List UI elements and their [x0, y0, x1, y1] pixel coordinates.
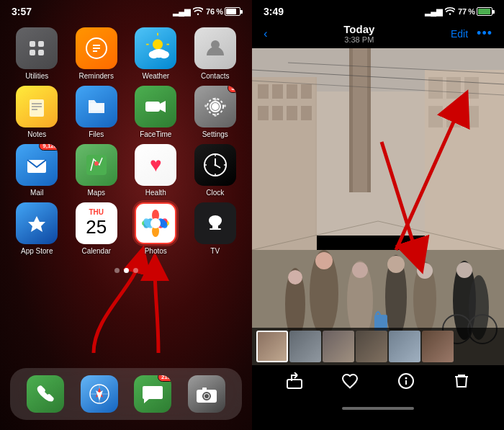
contacts-label: Contacts [201, 72, 229, 80]
back-button[interactable]: ‹ [264, 27, 268, 41]
thumb-1[interactable] [256, 331, 288, 362]
dot-3 [133, 268, 138, 273]
dock-safari[interactable] [81, 375, 118, 413]
mail-badge: 9,128 [39, 144, 58, 151]
app-notes[interactable]: Notes [10, 86, 64, 138]
app-mail[interactable]: 9,128 Mail [10, 144, 64, 197]
svg-point-55 [204, 394, 209, 398]
health-icon: ♥ [135, 144, 176, 186]
messages-dock-icon: 213 [134, 375, 171, 413]
utilities-icon [16, 27, 58, 69]
files-icon [76, 86, 117, 127]
svg-point-28 [94, 161, 99, 166]
maps-label: Maps [88, 189, 105, 197]
thumb-5[interactable] [389, 331, 420, 362]
svg-point-14 [149, 51, 159, 59]
app-photos[interactable]: Photos [129, 202, 183, 255]
photo-arrows [252, 48, 504, 365]
app-weather[interactable]: Weather [129, 27, 183, 80]
more-button[interactable]: ••• [477, 26, 492, 41]
app-contacts[interactable]: Contacts [189, 27, 243, 80]
favorite-button[interactable] [341, 372, 359, 394]
app-facetime[interactable]: FaceTime [129, 86, 183, 138]
thumb-2[interactable] [289, 331, 321, 362]
calendar-label: Calendar [81, 247, 111, 255]
svg-point-8 [153, 40, 163, 50]
facetime-label: FaceTime [140, 130, 171, 138]
share-button[interactable] [286, 372, 303, 394]
svg-point-32 [214, 164, 216, 166]
svg-rect-3 [38, 50, 44, 55]
svg-point-23 [212, 103, 219, 110]
photos-label: Photos [145, 247, 167, 255]
app-reminders[interactable]: Reminders [70, 27, 124, 80]
svg-rect-47 [210, 228, 221, 230]
app-files[interactable]: Files [70, 86, 124, 138]
thumb-6[interactable] [422, 331, 454, 362]
appletv-label: TV [210, 247, 220, 255]
facetime-icon [135, 86, 176, 127]
appstore-label: App Store [21, 247, 53, 255]
app-utilities[interactable]: Utilities [10, 27, 64, 80]
reminders-icon [76, 27, 117, 69]
edit-button[interactable]: Edit [451, 28, 468, 40]
settings-badge: 3 [228, 86, 236, 93]
thumb-3[interactable] [323, 331, 354, 362]
maps-icon [76, 144, 117, 186]
dock-messages[interactable]: 213 [134, 375, 171, 413]
appstore-icon [16, 202, 58, 244]
photo-display[interactable] [252, 48, 504, 365]
header-title: Today [343, 23, 374, 35]
app-calendar[interactable]: THU 25 Calendar [70, 202, 124, 255]
svg-point-15 [159, 51, 169, 59]
header-actions: Edit ••• [451, 26, 492, 41]
app-health[interactable]: ♥ Health [129, 144, 183, 197]
info-button[interactable] [397, 372, 415, 394]
safari-dock-icon [81, 375, 118, 413]
app-appletv[interactable]: TV [189, 202, 243, 255]
svg-rect-1 [38, 41, 44, 47]
weather-icon [135, 27, 176, 69]
delete-button[interactable] [453, 372, 470, 394]
thumb-4[interactable] [356, 331, 387, 362]
header-center: Today 3:38 PM [343, 23, 374, 44]
svg-rect-103 [287, 380, 302, 388]
app-maps[interactable]: Maps [70, 144, 124, 197]
time-left: 3:57 [12, 6, 32, 17]
dock-phone[interactable] [27, 375, 64, 413]
battery-text: 76% [206, 7, 240, 16]
svg-rect-2 [30, 50, 35, 55]
contacts-icon [194, 27, 236, 69]
svg-point-45 [150, 218, 161, 228]
app-appstore[interactable]: App Store [10, 202, 64, 255]
home-indicator-right [342, 407, 414, 410]
svg-rect-56 [202, 388, 207, 390]
battery-icon [225, 7, 240, 16]
photo-toolbar [252, 365, 504, 404]
thumbnail-strip [252, 328, 504, 365]
settings-icon: 3 [194, 86, 236, 127]
signal-icon: ▂▄▆ [173, 7, 190, 17]
battery-right: 77% [458, 7, 492, 16]
notes-icon [16, 86, 58, 127]
appletv-icon [194, 202, 236, 244]
dot-2 [124, 268, 129, 273]
time-right: 3:49 [264, 6, 284, 17]
battery-icon-right [477, 7, 492, 16]
dock-camera[interactable] [188, 375, 225, 413]
signal-icon-right: ▂▄▆ [425, 7, 442, 17]
camera-dock-icon [188, 375, 225, 413]
clock-icon [194, 144, 236, 186]
left-phone: 3:57 ▂▄▆ 76% [0, 0, 252, 430]
app-settings[interactable]: 3 Settings [189, 86, 243, 138]
header-subtitle: 3:38 PM [343, 35, 374, 44]
wifi-icon-right [445, 7, 455, 17]
files-label: Files [89, 130, 104, 138]
calendar-icon: THU 25 [76, 202, 117, 244]
wifi-icon [193, 7, 203, 17]
right-phone: 3:49 ▂▄▆ 77% ‹ Today 3:38 PM Edit ••• [252, 0, 504, 430]
svg-marker-22 [160, 101, 166, 112]
messages-badge: 213 [158, 375, 171, 382]
svg-rect-0 [30, 41, 35, 47]
app-clock[interactable]: Clock [189, 144, 243, 197]
